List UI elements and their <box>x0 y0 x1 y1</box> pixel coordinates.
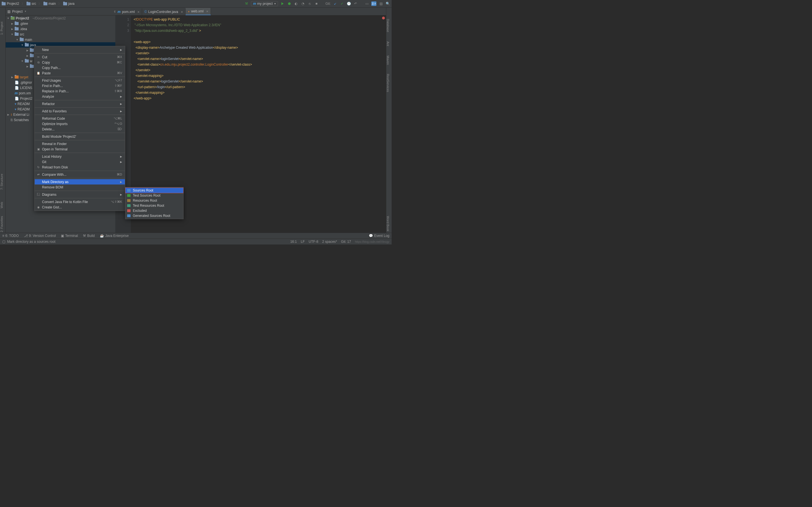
caret-position[interactable]: 16:1 <box>290 240 297 244</box>
menu-item[interactable]: Mark Directory as▶ <box>35 179 125 184</box>
menu-item[interactable]: ↻Reload from Disk <box>35 165 125 170</box>
menu-separator <box>35 53 125 54</box>
menu-item[interactable]: Convert Java File to Kotlin File⌥⇧⌘K <box>35 199 125 205</box>
attach-icon[interactable]: ⎋ <box>307 1 312 6</box>
search-icon[interactable]: 🔍 <box>386 1 390 6</box>
menu-separator <box>35 191 125 191</box>
menu-item-label: Build Module 'Project2' <box>42 135 76 138</box>
tool-tab-terminal[interactable]: ▣ Terminal <box>61 234 78 238</box>
close-icon[interactable]: ✕ <box>206 10 208 13</box>
menu-item[interactable]: New▶ <box>35 47 125 52</box>
run-icon[interactable] <box>280 1 285 6</box>
menu-item[interactable]: Reveal in Finder <box>35 141 125 147</box>
profile-icon[interactable]: ◔ <box>301 1 305 6</box>
tree-item[interactable]: ▼src <box>6 32 115 37</box>
git-update-icon[interactable]: ↙ <box>333 1 338 6</box>
tree-item[interactable]: ▶.gitee <box>6 21 115 26</box>
menu-item[interactable]: ⇄Compare With...⌘D <box>35 172 125 177</box>
windows-icon[interactable]: ▢ <box>2 240 5 244</box>
menu-item[interactable]: Replace in Path...⇧⌘R <box>35 89 125 94</box>
menu-item[interactable]: Build Module 'Project2' <box>35 134 125 139</box>
git-commit-icon[interactable]: ✓ <box>340 1 344 6</box>
menu-item[interactable]: Optimize Imports^⌥O <box>35 121 125 126</box>
error-stripe-icon[interactable] <box>382 17 385 19</box>
coverage-icon[interactable]: ◐ <box>294 1 298 6</box>
breadcrumb-item[interactable]: Project2〉 <box>2 1 26 6</box>
translate-icon[interactable]: 文A <box>371 1 376 6</box>
folder-icon <box>127 189 131 192</box>
menu-item[interactable]: Find Usages⌥F7 <box>35 78 125 83</box>
debug-icon[interactable]: ⬢ <box>287 1 292 6</box>
menu-item[interactable]: Copy Path... <box>35 65 125 70</box>
menu-item[interactable]: Remove BOM <box>35 184 125 190</box>
hammer-icon[interactable]: ⚒ <box>244 1 249 6</box>
tool-tab-restservices[interactable]: RestServices <box>386 74 390 92</box>
menu-item[interactable]: Analyze▶ <box>35 94 125 99</box>
tool-tab-ant[interactable]: Ant <box>386 41 390 46</box>
close-icon[interactable]: ✕ <box>137 10 140 13</box>
tool-tab-todo[interactable]: ≡ 6: TODO <box>2 234 19 238</box>
ide-settings-icon[interactable]: ▤ <box>378 1 383 6</box>
menu-item[interactable]: Find in Path...⇧⌘F <box>35 83 125 89</box>
menu-item[interactable]: 📋Paste⌘V <box>35 70 125 76</box>
tool-tab-database[interactable]: Database <box>386 19 390 32</box>
menu-item[interactable]: Refactor▶ <box>35 101 125 107</box>
submenu-item[interactable]: Resources Root <box>125 198 183 203</box>
menu-item[interactable]: ▣Open in Terminal <box>35 147 125 152</box>
submenu-item[interactable]: Sources Root <box>125 188 183 193</box>
menu-item[interactable]: ◉Create Gist... <box>35 205 125 210</box>
breadcrumb-item[interactable]: main〉 <box>43 1 63 6</box>
indent[interactable]: 2 spaces* <box>322 240 337 244</box>
tool-tab-vcs[interactable]: ⎇ 9: Version Control <box>24 234 56 238</box>
menu-item[interactable]: ⿺Diagrams▶ <box>35 192 125 197</box>
menu-item[interactable]: ✂Cut⌘X <box>35 54 125 60</box>
tree-item[interactable]: ▶.idea <box>6 26 115 32</box>
tool-tab-maven[interactable]: Maven <box>386 55 390 65</box>
submenu-item[interactable]: Generated Sources Root <box>125 213 183 218</box>
breadcrumb-item[interactable]: java <box>63 2 74 6</box>
tool-tab-project[interactable]: 1: Project <box>0 22 3 35</box>
menu-item-label: Open in Terminal <box>42 147 68 151</box>
project-panel-title[interactable]: Project <box>12 10 22 13</box>
close-icon[interactable]: ✕ <box>181 10 183 13</box>
hide-tool-icon[interactable]: ▭ <box>364 1 369 6</box>
tool-tab-build[interactable]: ⚒ Build <box>83 234 95 238</box>
tool-tab-wordbook[interactable]: Word Book <box>386 216 390 231</box>
menu-item[interactable]: ⧉Copy⌘C <box>35 60 125 65</box>
breadcrumb-item[interactable]: src〉 <box>27 1 43 6</box>
run-config-selector[interactable]: m my project ▼ <box>251 1 278 6</box>
xml-file-icon: ⬧ <box>188 9 190 13</box>
menu-item[interactable]: Local History▶ <box>35 154 125 159</box>
submenu-item[interactable]: Excluded <box>125 208 183 213</box>
top-bar: Project2〉 src〉 main〉 java ⚒ m my project… <box>0 0 392 8</box>
stop-icon[interactable]: ■ <box>314 1 319 6</box>
tool-tab-eventlog[interactable]: 💬 Event Log <box>369 234 389 238</box>
tool-tab-structure[interactable]: 7: Structure <box>0 174 3 190</box>
encoding[interactable]: UTF-8 <box>309 240 318 244</box>
tool-tab-jee[interactable]: ☕ Java Enterprise <box>100 234 129 238</box>
menu-item-label: Find Usages <box>42 78 61 82</box>
revert-icon[interactable]: ↶ <box>353 1 358 6</box>
editor-tab-controller[interactable]: ©LoginController.java✕ <box>142 8 186 15</box>
submenu-item[interactable]: Test Sources Root <box>125 193 183 198</box>
tool-tab-web[interactable]: Web <box>0 202 3 208</box>
menu-item-icon: ⿺ <box>36 193 40 196</box>
menu-item-icon: ✂ <box>36 55 40 59</box>
menu-item[interactable]: Git▶ <box>35 159 125 165</box>
history-icon[interactable]: 🕐 <box>347 1 351 6</box>
folder-icon <box>25 43 29 47</box>
line-separator[interactable]: LF <box>301 240 305 244</box>
tree-root[interactable]: ▼Project2 ~/Documents/Project2 <box>6 15 115 21</box>
menu-item[interactable]: Add to Favorites▶ <box>35 108 125 114</box>
chevron-down-icon[interactable]: ▼ <box>24 10 27 13</box>
editor-tab-webxml[interactable]: ⬧web.xml✕ <box>186 8 211 15</box>
git-branch[interactable]: Git: 17 <box>341 240 351 244</box>
submenu-item[interactable]: Test Resources Root <box>125 203 183 208</box>
menu-item[interactable]: Reformat Code⌥⌘L <box>35 116 125 121</box>
folder-icon <box>127 214 131 217</box>
bottom-tool-stripe: ≡ 6: TODO ⎇ 9: Version Control ▣ Termina… <box>0 233 392 238</box>
menu-item[interactable]: Delete...⌦ <box>35 126 125 132</box>
tool-tab-favorites[interactable]: 2: Favorites <box>0 216 3 232</box>
tree-item[interactable]: ▼main <box>6 37 115 42</box>
editor-tab-pom[interactable]: mpom.xml✕ <box>115 8 142 15</box>
